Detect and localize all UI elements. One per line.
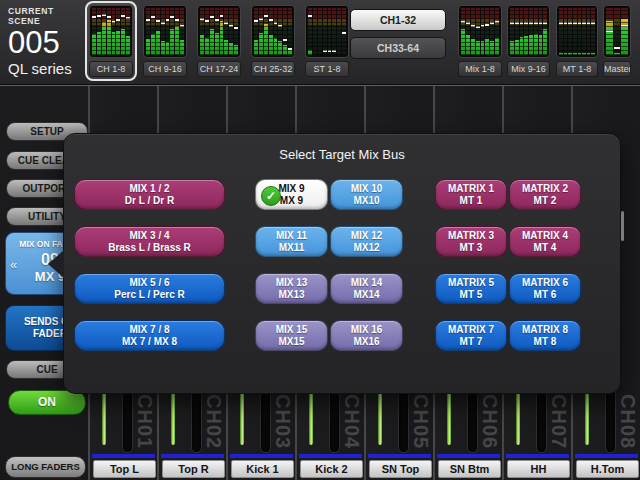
level-meter (143, 5, 187, 58)
meter-bar (264, 8, 268, 55)
meter-block-mix-9-16[interactable]: Mix 9-16 (507, 5, 550, 77)
strip-meter-slot (537, 392, 546, 452)
meter-bar (564, 8, 568, 55)
meter-block-st-1-8[interactable]: ST 1-8 (305, 5, 349, 77)
meter-block-ch-1-8[interactable]: CH 1-8 (85, 1, 137, 81)
meter-block-label: Mix 1-8 (458, 61, 502, 77)
bus-button-matrix-3[interactable]: MATRIX 3MT 3 (435, 226, 507, 257)
fader-track[interactable] (102, 392, 106, 445)
meter-bar (587, 8, 591, 55)
layer-button-ch1-32[interactable]: CH1-32 (350, 9, 446, 31)
level-meter (251, 5, 295, 58)
meter-bar (121, 8, 125, 55)
channel-color-bar (230, 454, 293, 458)
bus-button-mix-5-6[interactable]: MIX 5 / 6Perc L / Perc R (74, 273, 225, 304)
bus-button-line2: MX 7 / MX 8 (75, 336, 224, 348)
bus-button-line1: MIX 13 (256, 277, 327, 289)
bus-button-line2: MT 1 (436, 195, 506, 207)
bus-button-matrix-6[interactable]: MATRIX 6MT 6 (509, 273, 581, 304)
meter-block-ch-9-16[interactable]: CH 9-16 (143, 5, 187, 77)
bus-button-line2: Dr L / Dr R (75, 195, 224, 207)
bus-button-matrix-4[interactable]: MATRIX 4MT 4 (509, 226, 581, 257)
channel-color-bar (92, 454, 155, 458)
bus-button-line1: MATRIX 4 (510, 230, 580, 242)
channel-name-label[interactable]: Top L (93, 460, 156, 478)
meter-block-label: MT 1-8 (556, 61, 598, 77)
bus-button-mix-14[interactable]: MIX 14MX14 (330, 273, 403, 304)
fader-track[interactable] (585, 392, 589, 445)
fader-track[interactable] (171, 392, 175, 445)
meter-block-mt-1-8[interactable]: MT 1-8 (556, 5, 598, 77)
channel-name-label[interactable]: Kick 2 (300, 460, 363, 478)
bus-button-mix-10[interactable]: MIX 10MX10 (330, 179, 403, 210)
meter-bar (92, 8, 96, 55)
meter-bar (308, 8, 312, 55)
meter-bar (234, 8, 238, 55)
scroll-indicator[interactable] (621, 211, 624, 241)
channel-name-label[interactable]: H.Tom (576, 460, 639, 478)
fader-track[interactable] (447, 392, 451, 445)
bus-button-line1: MIX 14 (331, 277, 402, 289)
meter-block-label: ST 1-8 (305, 61, 349, 77)
bus-button-matrix-7[interactable]: MATRIX 7MT 7 (435, 320, 507, 351)
select-target-mix-bus-dialog: Select Target Mix Bus MIX 1 / 2Dr L / Dr… (63, 133, 621, 394)
bus-button-line1: MIX 1 / 2 (75, 183, 224, 195)
fader-track[interactable] (240, 392, 244, 445)
strip-meter-slot (330, 392, 339, 452)
meter-bridge-bar: CURRENT SCENE 005 QL series CH 1-8CH 9-1… (0, 0, 640, 85)
bus-button-mix-9[interactable]: MIX 9MX 9✓ (255, 179, 328, 210)
bus-button-mix-7-8[interactable]: MIX 7 / 8MX 7 / MX 8 (74, 320, 225, 351)
channel-name-label[interactable]: SN Btm (438, 460, 501, 478)
meter-bar (278, 8, 282, 55)
bus-button-line1: MATRIX 1 (436, 183, 506, 195)
meter-bar (210, 8, 214, 55)
bus-button-line2: Perc L / Perc R (75, 289, 224, 301)
bus-button-line1: MIX 12 (331, 230, 402, 242)
meter-block-ch-17-24[interactable]: CH 17-24 (197, 5, 241, 77)
bus-button-line2: MX10 (331, 195, 402, 207)
meter-bar (224, 8, 228, 55)
meter-block-label: CH 17-24 (197, 61, 241, 77)
meter-bar (573, 8, 577, 55)
meter-block-mix-1-8[interactable]: Mix 1-8 (458, 5, 502, 77)
channel-number-label: CH07 (547, 394, 570, 458)
fader-track[interactable] (378, 392, 382, 445)
bus-button-mix-12[interactable]: MIX 12MX12 (330, 226, 403, 257)
bus-button-mix-1-2[interactable]: MIX 1 / 2Dr L / Dr R (74, 179, 225, 210)
fader-track[interactable] (516, 392, 520, 445)
bus-button-matrix-1[interactable]: MATRIX 1MT 1 (435, 179, 507, 210)
channel-name-label[interactable]: Top R (162, 460, 225, 478)
channel-name-label[interactable]: SN Top (369, 460, 432, 478)
bus-button-mix-13[interactable]: MIX 13MX13 (255, 273, 328, 304)
bus-button-mix-11[interactable]: MIX 11MX11 (255, 226, 328, 257)
bus-button-mix-3-4[interactable]: MIX 3 / 4Brass L / Brass R (74, 226, 225, 257)
channel-color-bar (161, 454, 224, 458)
long-faders-button[interactable]: LONG FADERS (5, 456, 86, 478)
channel-number-label: CH03 (271, 394, 294, 458)
meter-bar (559, 8, 563, 55)
bus-button-mix-16[interactable]: MIX 16MX16 (330, 320, 403, 351)
strip-meter-slot (261, 392, 270, 452)
meter-bar (166, 8, 170, 55)
meter-bar (529, 8, 533, 55)
level-meter (305, 5, 349, 58)
fader-track[interactable] (309, 392, 313, 445)
meter-bar (220, 8, 224, 55)
bus-button-matrix-5[interactable]: MATRIX 5MT 5 (435, 273, 507, 304)
meter-block-master[interactable]: Master (603, 5, 631, 77)
channel-name-label[interactable]: Kick 1 (231, 460, 294, 478)
channel-name-label[interactable]: HH (507, 460, 570, 478)
meter-bar (274, 8, 278, 55)
layer-button-ch33-64[interactable]: CH33-64 (350, 37, 446, 59)
bus-button-matrix-2[interactable]: MATRIX 2MT 2 (509, 179, 581, 210)
bus-button-line2: MX13 (256, 289, 327, 301)
meter-bar (578, 8, 582, 55)
current-scene-panel[interactable]: CURRENT SCENE 005 QL series (8, 6, 88, 77)
meter-bar (621, 8, 628, 55)
meter-block-ch-25-32[interactable]: CH 25-32 (251, 5, 295, 77)
bus-button-line1: MIX 11 (256, 230, 327, 242)
bus-button-mix-15[interactable]: MIX 15MX15 (255, 320, 328, 351)
bus-button-matrix-8[interactable]: MATRIX 8MT 8 (509, 320, 581, 351)
strip-meter-slot (192, 392, 201, 452)
meter-bar (146, 8, 150, 55)
